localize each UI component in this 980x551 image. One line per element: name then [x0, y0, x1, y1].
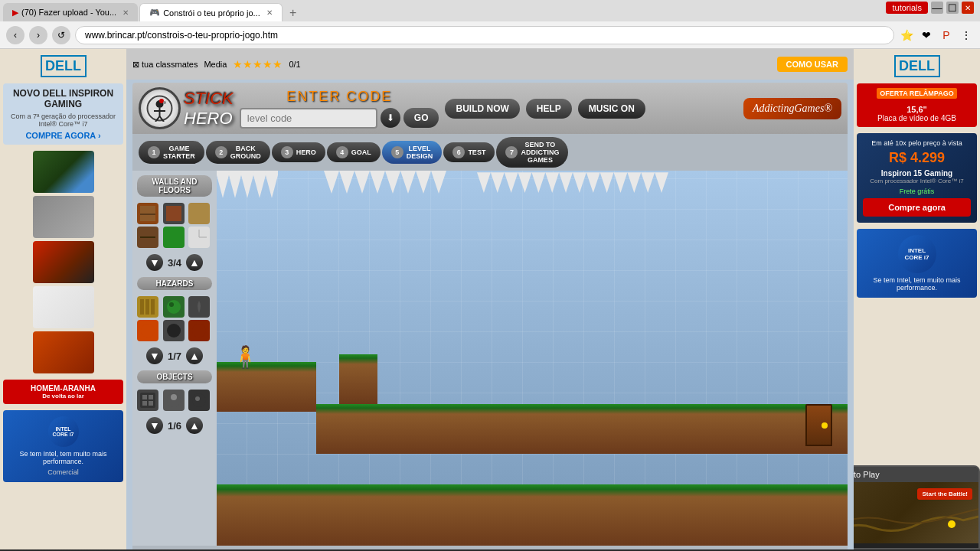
wall-item-6[interactable]: [188, 227, 210, 248]
svg-rect-26: [149, 395, 153, 399]
minimize-button[interactable]: —: [931, 2, 943, 14]
tab-level-design[interactable]: 5 LEVELDESIGN: [382, 141, 443, 164]
game-canvas[interactable]: 🧍: [217, 171, 848, 546]
thumb-4[interactable]: [33, 286, 94, 328]
thumb-5[interactable]: [33, 331, 94, 373]
tab-num-3: 3: [281, 146, 293, 158]
close-button[interactable]: ✕: [962, 2, 974, 14]
objects-counter-value: 1/6: [168, 420, 181, 432]
homem-aranha-ad[interactable]: HOMEM-ARANHA De volta ao lar: [3, 380, 123, 404]
svg-point-21: [141, 324, 155, 337]
tab-favicon: ▶: [12, 8, 18, 18]
tab-youtube[interactable]: ▶ (70) Fazer upload - You... ✕: [3, 3, 138, 21]
game-content: WALLS AND FLOORS: [132, 171, 848, 546]
hazard-item-4[interactable]: [137, 320, 158, 341]
addicting-games-logo[interactable]: AddictingGames®: [743, 98, 841, 119]
tab-send-to-addicting[interactable]: 7 SEND TOADDICTINGGAMES: [496, 137, 568, 168]
buy-button[interactable]: Compre agora: [863, 198, 971, 217]
hazards-counter-up[interactable]: ▲: [186, 347, 203, 364]
svg-rect-11: [191, 206, 207, 221]
walls-floors-title: WALLS AND FLOORS: [137, 175, 212, 197]
wall-item-1[interactable]: [137, 203, 158, 224]
tab-label-5: LEVELDESIGN: [407, 145, 433, 160]
heart-icon[interactable]: ❤: [919, 28, 934, 43]
code-input-row: ⬇ GO: [240, 108, 439, 129]
walls-counter-down[interactable]: ▼: [146, 254, 163, 271]
logo-icon: [139, 87, 181, 129]
forward-nav-button[interactable]: ›: [29, 26, 47, 44]
bookmark-icon[interactable]: ⭐: [899, 28, 914, 43]
back-nav-button[interactable]: ‹: [6, 26, 24, 44]
tab-num-2: 2: [215, 146, 227, 158]
reload-button[interactable]: ↺: [52, 26, 70, 44]
stick-figure: 🧍: [232, 344, 259, 370]
tab-close-icon[interactable]: ✕: [122, 8, 129, 17]
intel-core-badge: INTELCORE i7: [48, 416, 79, 447]
hazards-grid: [137, 296, 212, 341]
tab-hero[interactable]: 3 HERO: [272, 142, 325, 162]
tab-goal[interactable]: 4 GOAL: [327, 142, 381, 162]
left-thumbnails: [3, 151, 123, 373]
tab-game-starter[interactable]: 1 GAMESTARTER: [139, 141, 204, 164]
left-dell-ad: NOVO DELL INSPIRON GAMING Com a 7ª geraç…: [3, 83, 123, 145]
address-bar[interactable]: [75, 26, 894, 44]
product-size: 15,6": [861, 105, 972, 114]
wall-item-5[interactable]: [163, 227, 185, 248]
new-tab-button[interactable]: +: [284, 5, 302, 21]
wall-item-3[interactable]: [188, 203, 210, 224]
pinterest-icon[interactable]: P: [939, 28, 954, 43]
hazard-item-3[interactable]: [188, 296, 210, 318]
hazard-item-2[interactable]: [163, 296, 185, 318]
download-code-button[interactable]: ⬇: [381, 108, 400, 128]
hazard-item-5[interactable]: [163, 320, 185, 341]
go-button[interactable]: GO: [403, 108, 439, 128]
music-on-button[interactable]: MUSIC ON: [578, 99, 645, 119]
tab-game[interactable]: 🎮 Constrói o teu próprio jo... ✕: [139, 3, 283, 21]
logo-text-group: STICK HERO: [184, 89, 234, 129]
score-display: 0/1: [289, 60, 300, 69]
build-now-button[interactable]: BUILD NOW: [445, 99, 519, 119]
nav-tabs-bar: 1 GAMESTARTER 2 BACKGROUND 3 HERO 4 GOAL…: [132, 134, 848, 171]
tab-game-title: Constrói o teu próprio jo...: [163, 8, 260, 18]
como-usar-button[interactable]: COMO USAR: [777, 57, 848, 72]
objects-counter-up[interactable]: ▲: [186, 417, 203, 434]
tab-label-7: SEND TOADDICTINGGAMES: [521, 141, 559, 164]
flash-badge: OFERTA RELÂMPAGO: [877, 88, 956, 99]
object-item-2[interactable]: [163, 390, 185, 411]
platform-upper-step: [339, 354, 377, 404]
wall-item-2[interactable]: [163, 203, 185, 224]
tab-game-close-icon[interactable]: ✕: [266, 8, 273, 17]
enter-code-label: ENTER CODE: [286, 89, 392, 105]
tutorials-extension[interactable]: tutorials: [886, 2, 928, 14]
shipping-info: Frete grátis: [863, 187, 971, 195]
thumb-1[interactable]: [33, 151, 94, 193]
thumb-3[interactable]: [33, 241, 94, 283]
object-item-3[interactable]: [188, 390, 210, 411]
svg-rect-10: [166, 206, 181, 221]
left-ad-cta[interactable]: COMPRE AGORA ›: [25, 131, 100, 140]
map-preview: Start the Battle!: [854, 482, 978, 543]
hazards-counter-down[interactable]: ▼: [146, 347, 163, 364]
svg-point-19: [167, 300, 181, 314]
code-input[interactable]: [240, 108, 377, 129]
menu-icon[interactable]: ⋮: [959, 28, 974, 43]
tab-label-4: GOAL: [351, 148, 371, 156]
intel-ad-right: INTELCORE i7 Se tem Intel, tem muito mai…: [857, 229, 977, 298]
maximize-button[interactable]: ☐: [946, 2, 959, 14]
wall-item-4[interactable]: [137, 227, 158, 248]
svg-point-30: [171, 394, 177, 400]
walls-counter-up[interactable]: ▲: [186, 254, 203, 271]
hazard-item-6[interactable]: [188, 320, 210, 341]
objects-title: OBJECTS: [137, 370, 212, 383]
tab-background[interactable]: 2 BACKGROUND: [206, 141, 270, 164]
objects-counter-down[interactable]: ▼: [146, 417, 163, 434]
svg-point-7: [163, 101, 166, 104]
help-button[interactable]: HELP: [526, 99, 572, 119]
payment-info: Em até 10x pelo preço à vista: [863, 139, 971, 147]
tab-test[interactable]: 6 TEST: [443, 142, 495, 162]
right-main-ad: Em até 10x pelo preço à vista R$ 4.299 I…: [857, 133, 977, 223]
hazard-item-1[interactable]: [137, 296, 158, 318]
object-item-1[interactable]: [137, 390, 158, 411]
svg-rect-18: [151, 299, 155, 315]
thumb-2[interactable]: [33, 196, 94, 238]
